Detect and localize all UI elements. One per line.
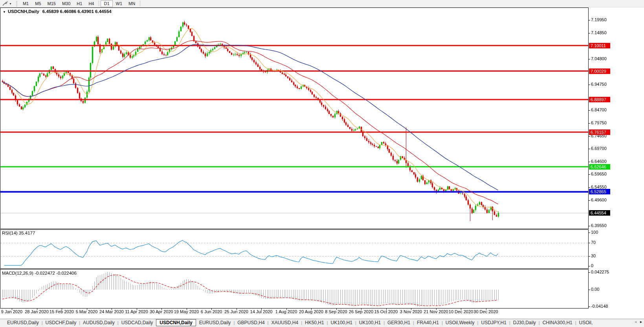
ohlc-values: 6.45839 6.46086 6.43901 6.44554 <box>42 9 112 14</box>
rsi-tick-label: 100 <box>591 230 598 235</box>
time-axis-label: 25 Jun 2020 <box>224 309 248 314</box>
current-price-badge: 6.44554 <box>589 210 610 216</box>
time-axis-label: 26 Sep 2020 <box>349 309 373 314</box>
collapse-triangle-icon[interactable]: ▼ <box>3 10 6 14</box>
chart-tab-china300-h1[interactable]: CHINA300,H1 <box>539 320 576 326</box>
timeframe-button-m5[interactable]: M5 <box>32 0 44 7</box>
pen-tool-icon[interactable] <box>2 1 9 7</box>
time-axis-label: 20 Aug 2020 <box>299 309 323 314</box>
level-price-badge: 6.88897 <box>589 97 610 102</box>
timeframe-button-w1[interactable]: W1 <box>113 0 126 7</box>
macd-tick-label: 0.00 <box>591 287 599 292</box>
time-axis-label: 30 Apr 2020 <box>150 309 173 314</box>
level-price-badge: 7.00029 <box>589 68 610 74</box>
level-price-badge: 6.52865 <box>589 189 610 194</box>
macd-indicator-label: MACD(12,26,9) -0.022472 -0.022406 <box>2 271 77 275</box>
chart-title: ▼USDCNH,Daily6.45839 6.46086 6.43901 6.4… <box>3 9 112 14</box>
chart-tab-ger30-h1[interactable]: GER30,H1 <box>384 320 413 326</box>
level-price-badge: 6.62646 <box>589 164 610 170</box>
time-axis-label: 6 Jun 2020 <box>201 309 222 314</box>
price-tick-label: 6.69700 <box>591 146 607 151</box>
timeframe-button-h1[interactable]: H1 <box>73 0 85 7</box>
time-axis-label: 5 Mar 2020 <box>76 309 98 314</box>
price-tick-label: 6.79750 <box>591 120 607 126</box>
toolbar-separator <box>99 1 99 6</box>
price-tick-label: 6.94750 <box>591 82 607 87</box>
macd-tick-label: -0.04148 <box>591 304 608 309</box>
price-tick-label: 6.39550 <box>591 223 607 228</box>
level-price-badge: 6.76157 <box>589 129 610 135</box>
price-tick-label: 6.49600 <box>591 198 607 203</box>
chart-tab-usdchf-daily[interactable]: USDCHF,Daily <box>42 320 80 326</box>
chart-tab-eurusd-daily[interactable]: EURUSD,Daily <box>196 320 234 326</box>
time-axis-label: 8 Sep 2020 <box>325 309 347 314</box>
time-axis-label: 9 Jan 2020 <box>1 309 22 314</box>
level-price-badge: 7.10011 <box>589 43 610 48</box>
price-tick-label: 7.19950 <box>591 17 607 22</box>
chart-tab-usoil-[interactable]: USOil, <box>576 320 596 326</box>
time-axis-label: 19 May 2020 <box>174 309 199 314</box>
chart-tab-usoil-weekly[interactable]: USOil,Weekly <box>442 320 478 326</box>
chart-tab-gbpusd-h4[interactable]: GBPUSD,H4 <box>234 320 268 326</box>
toolbar-separator <box>140 1 140 6</box>
toolbar-grip[interactable] <box>16 1 17 6</box>
rsi-tick-label: 30 <box>591 253 596 259</box>
tab-scroll-arrows: ◂ ▸ <box>635 320 642 324</box>
chart-tab-hk50-h1[interactable]: HK50,H1 <box>302 320 327 326</box>
timeframe-button-m1[interactable]: M1 <box>20 0 32 7</box>
price-tick-label: 6.84700 <box>591 107 607 113</box>
time-axis-label: 24 Mar 2020 <box>99 309 124 314</box>
chart-tab-fra40-h1[interactable]: FRA40,H1 <box>414 320 442 326</box>
time-axis-label: 1 Aug 2020 <box>275 309 297 314</box>
time-axis-label: 21 Nov 2020 <box>424 309 448 314</box>
chart-tab-dj30-daily[interactable]: DJ30,Daily <box>510 320 539 326</box>
time-axis-label: 30 Dec 2020 <box>473 309 498 314</box>
timeframe-button-h4[interactable]: H4 <box>85 0 97 7</box>
chart-tab-xauusd-h4[interactable]: XAUUSD,H4 <box>268 320 301 326</box>
chart-tab-usdcad-daily[interactable]: USDCAD,Daily <box>118 320 156 326</box>
rsi-indicator-label: RSI(14) 35.4177 <box>2 231 35 235</box>
timeframe-button-m15[interactable]: M15 <box>44 0 59 7</box>
time-axis-label: 3 Nov 2020 <box>400 309 422 314</box>
chart-tab-eurusd-daily[interactable]: EURUSD,Daily <box>4 320 42 326</box>
timeframe-button-mn[interactable]: MN <box>125 0 138 7</box>
timeframe-button-group: M1M5M15M30H1H4D1W1MN <box>20 0 142 7</box>
timeframe-button-d1[interactable]: D1 <box>101 0 112 7</box>
rsi-tick-label: 70 <box>591 240 596 245</box>
macd-tick-label: 0.042275 <box>591 270 609 275</box>
chart-tab-audusd-daily[interactable]: AUDUSD,Daily <box>80 320 118 326</box>
tab-scroll-left-icon[interactable]: ◂ <box>635 320 637 324</box>
chart-tab-uk100-h1[interactable]: UK100,H1 <box>328 320 356 326</box>
time-axis-label: 10 Dec 2020 <box>449 309 473 314</box>
chart-canvas[interactable] <box>0 0 644 327</box>
chart-tab-usdcnh-daily[interactable]: USDCNH,Daily <box>156 319 196 326</box>
time-axis-label: 15 Oct 2020 <box>374 309 398 314</box>
time-axis-label: 15 Feb 2020 <box>50 309 74 314</box>
chevron-down-icon[interactable]: ▼ <box>9 2 12 5</box>
time-axis-label: 11 Apr 2020 <box>125 309 148 314</box>
symbol-period-label: USDCNH,Daily <box>8 9 39 14</box>
price-tick-label: 6.64600 <box>591 159 607 164</box>
price-scale[interactable] <box>588 7 644 309</box>
price-tick-label: 7.04800 <box>591 56 607 61</box>
price-tick-label: 7.14850 <box>591 30 607 35</box>
top-toolbar: ▼ M1M5M15M30H1H4D1W1MN <box>0 0 644 7</box>
tab-scroll-right-icon[interactable]: ▸ <box>640 320 642 324</box>
time-axis-label: 14 Jul 2020 <box>250 309 273 314</box>
timeframe-button-m30[interactable]: M30 <box>59 0 73 7</box>
chart-tab-uk100-h1[interactable]: UK100,H1 <box>356 320 384 326</box>
rsi-tick-label: 0 <box>591 263 593 268</box>
chart-tab-usdjpy-h1[interactable]: USDJPY,H1 <box>478 320 509 326</box>
time-axis-label: 28 Jan 2020 <box>25 309 49 314</box>
price-tick-label: 6.59650 <box>591 172 607 177</box>
chart-tab-bar: EURUSD,Daily|USDCHF,Daily|AUDUSD,Daily|U… <box>0 319 644 326</box>
